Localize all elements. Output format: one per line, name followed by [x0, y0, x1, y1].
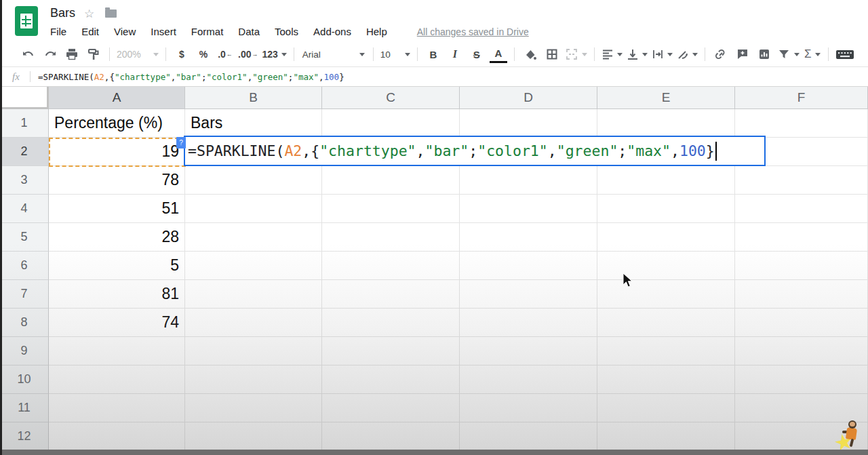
cell-a5[interactable]: 28 — [49, 223, 185, 252]
strikethrough-button[interactable]: S — [468, 45, 486, 63]
menu-addons[interactable]: Add-ons — [313, 24, 359, 39]
row-header-12[interactable]: 12 — [0, 422, 49, 450]
cell-a9[interactable] — [49, 337, 185, 365]
redo-button[interactable] — [41, 45, 59, 63]
cell-e6[interactable] — [597, 252, 735, 280]
zoom-select[interactable]: 200% — [117, 45, 159, 63]
row-header-3[interactable]: 3 — [0, 166, 49, 195]
cell-a8[interactable]: 74 — [49, 309, 185, 337]
cell-d7[interactable] — [460, 280, 597, 309]
cell-c10[interactable] — [322, 365, 460, 394]
cell-f1[interactable] — [735, 109, 868, 138]
document-title[interactable]: Bars — [50, 6, 75, 20]
menu-view[interactable]: View — [114, 24, 144, 39]
cell-e7[interactable] — [597, 280, 735, 309]
cell-d4[interactable] — [460, 195, 597, 223]
menu-tools[interactable]: Tools — [275, 24, 307, 39]
cell-d6[interactable] — [460, 252, 597, 280]
formula-bar-text[interactable]: =SPARKLINE(A2,{"charttype","bar";"color1… — [38, 72, 344, 82]
cell-e9[interactable] — [597, 337, 735, 365]
column-header-e[interactable]: E — [597, 87, 735, 109]
row-header-11[interactable]: 11 — [0, 394, 49, 422]
cell-a7[interactable]: 81 — [49, 280, 185, 309]
cell-e10[interactable] — [597, 365, 735, 394]
star-icon[interactable]: ☆ — [84, 7, 94, 21]
cell-d1[interactable] — [460, 109, 597, 138]
cell-f10[interactable] — [735, 365, 868, 394]
cell-b11[interactable] — [185, 394, 322, 422]
row-header-2[interactable]: 2 — [0, 138, 49, 166]
cell-c3[interactable] — [322, 166, 460, 195]
cell-b12[interactable] — [185, 422, 322, 450]
cell-d8[interactable] — [460, 309, 597, 337]
cell-c7[interactable] — [322, 280, 460, 309]
row-header-4[interactable]: 4 — [0, 195, 49, 223]
row-header-5[interactable]: 5 — [0, 223, 49, 252]
text-color-button[interactable]: A — [490, 45, 507, 63]
cell-e11[interactable] — [597, 394, 735, 422]
row-header-8[interactable]: 8 — [0, 309, 49, 337]
font-family-select[interactable]: Arial — [301, 45, 366, 63]
cell-b4[interactable] — [185, 195, 322, 223]
formula-bar[interactable]: fx =SPARKLINE(A2,{"charttype","bar";"col… — [0, 67, 868, 87]
cell-b7[interactable] — [185, 280, 322, 309]
cell-b3[interactable] — [185, 166, 322, 195]
cell-c8[interactable] — [322, 309, 460, 337]
insert-comment-button[interactable] — [734, 45, 751, 63]
fill-color-button[interactable] — [521, 45, 539, 63]
cell-d11[interactable] — [460, 394, 597, 422]
undo-button[interactable] — [20, 45, 37, 63]
column-header-c[interactable]: C — [322, 87, 460, 109]
format-percent-button[interactable]: % — [195, 45, 212, 63]
cell-d12[interactable] — [460, 422, 597, 450]
cell-e8[interactable] — [597, 309, 735, 337]
column-header-a[interactable]: A — [49, 87, 185, 109]
cell-c1[interactable] — [322, 109, 460, 138]
horizontal-align-button[interactable] — [601, 45, 623, 63]
cell-b1[interactable]: Bars — [185, 109, 322, 138]
cell-b10[interactable] — [185, 365, 322, 394]
cell-e5[interactable] — [597, 223, 735, 252]
cell-a1[interactable]: Percentage (%) — [49, 109, 185, 138]
sheets-logo-icon[interactable] — [15, 6, 38, 36]
paint-format-button[interactable] — [85, 45, 102, 63]
italic-button[interactable]: I — [446, 45, 464, 63]
menu-edit[interactable]: Edit — [81, 24, 107, 39]
borders-button[interactable] — [543, 45, 561, 63]
cell-f7[interactable] — [735, 280, 868, 309]
bold-button[interactable]: B — [425, 45, 442, 63]
cell-a6[interactable]: 5 — [49, 252, 185, 280]
cell-b9[interactable] — [185, 337, 322, 365]
row-header-9[interactable]: 9 — [0, 337, 49, 365]
cell-a12[interactable] — [49, 422, 185, 450]
row-header-6[interactable]: 6 — [0, 252, 49, 280]
font-size-select[interactable]: 10 — [380, 45, 410, 63]
cell-e1[interactable] — [597, 109, 735, 138]
cell-f9[interactable] — [735, 337, 868, 365]
text-rotation-button[interactable] — [677, 45, 698, 63]
cell-editor-b2[interactable]: =SPARKLINE(A2,{"charttype","bar";"color1… — [184, 136, 766, 166]
cell-b8[interactable] — [185, 309, 322, 337]
cell-d10[interactable] — [460, 365, 597, 394]
cell-b6[interactable] — [185, 252, 322, 280]
cell-d3[interactable] — [460, 166, 597, 195]
cell-f6[interactable] — [735, 252, 868, 280]
menu-insert[interactable]: Insert — [151, 24, 184, 39]
cell-c11[interactable] — [322, 394, 460, 422]
input-tools-keyboard-button[interactable] — [835, 45, 854, 63]
functions-button[interactable]: Σ — [804, 45, 821, 63]
cell-e3[interactable] — [597, 166, 735, 195]
column-header-f[interactable]: F — [735, 87, 868, 109]
cell-e12[interactable] — [597, 422, 735, 450]
cell-c9[interactable] — [322, 337, 460, 365]
menu-data[interactable]: Data — [238, 24, 268, 39]
merge-cells-button[interactable] — [565, 45, 587, 63]
select-all-corner[interactable] — [0, 87, 49, 109]
cell-a10[interactable] — [49, 365, 185, 394]
insert-link-button[interactable] — [712, 45, 730, 63]
cell-f3[interactable] — [735, 166, 868, 195]
cell-c6[interactable] — [322, 252, 460, 280]
cell-c4[interactable] — [322, 195, 460, 223]
more-formats-button[interactable]: 123 — [262, 45, 286, 63]
range-hint-badge[interactable]: ? — [176, 137, 186, 149]
